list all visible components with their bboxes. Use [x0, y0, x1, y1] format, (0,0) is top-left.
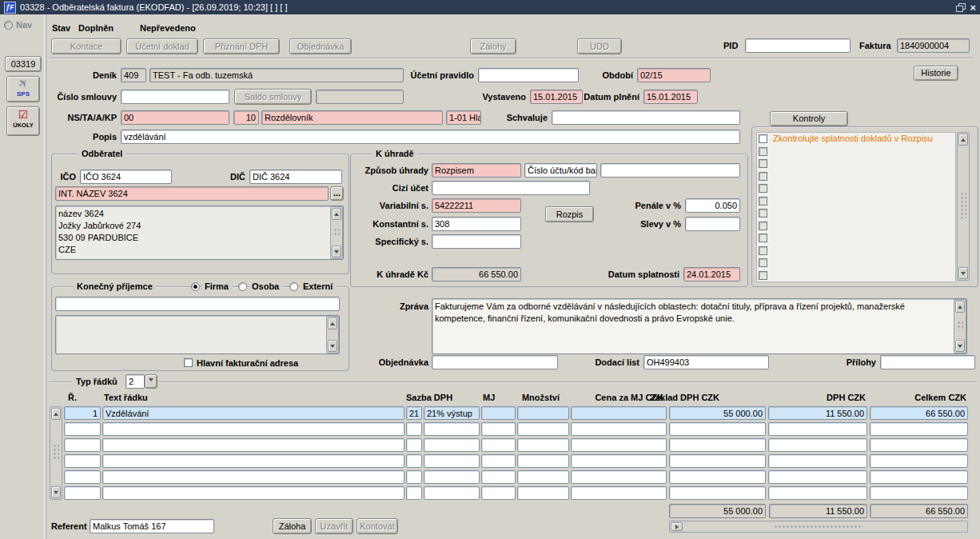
- grid-cell-mnozstvi-row6[interactable]: [517, 486, 569, 500]
- grid-cell-dph-row3[interactable]: [768, 438, 867, 452]
- kontace-button[interactable]: Kontace: [51, 38, 122, 54]
- grid-cell-mj-row5[interactable]: [481, 470, 516, 484]
- zpusob-uhrady-field[interactable]: Rozpisem: [432, 163, 521, 178]
- zprava-textarea[interactable]: Fakturujeme Vám za odborné vzdělávání v …: [432, 298, 967, 354]
- grid-cell-sazba_code-row6[interactable]: [406, 486, 422, 500]
- kontroly-checkbox[interactable]: [759, 172, 767, 181]
- penale-input[interactable]: 0.050: [685, 198, 740, 213]
- ns-field[interactable]: 00: [121, 110, 229, 125]
- grid-cell-dph-row5[interactable]: [768, 470, 867, 484]
- scroll-down-icon[interactable]: [51, 486, 61, 498]
- grid-cell-mj-row1[interactable]: [481, 406, 516, 420]
- datum-splatnosti-field[interactable]: 24.01.2015: [683, 267, 740, 281]
- ico-input[interactable]: IČO 3624: [80, 170, 172, 184]
- grid-cell-mnozstvi-row5[interactable]: [517, 470, 569, 484]
- kontroly-checkbox[interactable]: [759, 184, 767, 193]
- grid-cell-mj-row3[interactable]: [481, 438, 516, 452]
- scroll-up-icon[interactable]: [955, 301, 965, 313]
- grid-cell-cena-row1[interactable]: [571, 406, 667, 420]
- kontroly-checkbox[interactable]: [759, 234, 767, 242]
- odberatel-nazev-field[interactable]: INT. NÁZEV 3624: [55, 186, 329, 201]
- grid-cell-celkem-row3[interactable]: [870, 438, 968, 452]
- slevy-input[interactable]: [685, 217, 740, 231]
- rozpis-button[interactable]: Rozpis: [545, 206, 594, 222]
- grid-cell-dph-row2[interactable]: [768, 422, 867, 436]
- zprava-scrollbar[interactable]: [954, 299, 966, 353]
- ucetni-pravidlo-input[interactable]: [478, 68, 579, 82]
- grid-cell-sazba_text-row1[interactable]: 21% výstup: [424, 406, 480, 420]
- scroll-up-icon[interactable]: [328, 317, 337, 329]
- grid-cell-zaklad-row3[interactable]: [669, 438, 766, 452]
- grid-cell-sazba_text-row5[interactable]: [424, 470, 480, 484]
- grid-cell-cena-row3[interactable]: [571, 438, 667, 452]
- hlavni-fakturacni-adresa-checkbox[interactable]: [184, 358, 193, 367]
- kontroly-checkbox[interactable]: [759, 246, 767, 255]
- grid-cell-mj-row4[interactable]: [481, 454, 516, 468]
- kontroly-scrollbar[interactable]: [957, 132, 970, 281]
- kontroly-checkbox[interactable]: [759, 197, 767, 206]
- prilohy-input[interactable]: [880, 355, 975, 369]
- variabilni-s-field[interactable]: 54222211: [432, 198, 521, 213]
- konecny-prijemce-name-input[interactable]: [55, 297, 340, 311]
- sidebar-sps-button[interactable]: SPS: [6, 76, 40, 102]
- typ-radku-value[interactable]: 2: [125, 374, 145, 389]
- saldo-smlouvy-button[interactable]: Saldo smlouvy: [234, 89, 312, 105]
- grid-cell-dph-row1[interactable]: 11 550.00: [768, 406, 867, 420]
- priznani-dph-button[interactable]: Přiznání DPH: [203, 38, 280, 54]
- datum-plneni-field[interactable]: 15.01.2015: [643, 90, 698, 104]
- zalohy-button[interactable]: Zálohy: [470, 38, 516, 54]
- kontovat-button[interactable]: Kontovat: [357, 518, 398, 534]
- grid-cell-mnozstvi-row4[interactable]: [517, 454, 569, 468]
- cizi-ucet-input[interactable]: [432, 181, 590, 195]
- kontroly-checkbox[interactable]: [759, 258, 767, 267]
- close-window-icon[interactable]: ×: [970, 2, 976, 13]
- odberatel-address-scrollbar[interactable]: [330, 206, 343, 259]
- grid-cell-cena-row5[interactable]: [571, 470, 667, 484]
- scroll-down-icon[interactable]: [332, 246, 341, 258]
- konecny-address-scrollbar[interactable]: [326, 316, 339, 353]
- grid-cell-text-row6[interactable]: [102, 486, 404, 500]
- dodaci-list-input[interactable]: OH499403: [643, 355, 769, 369]
- grid-cell-zaklad-row5[interactable]: [669, 470, 766, 484]
- nav-radio[interactable]: [4, 21, 13, 30]
- grid-cell-text-row3[interactable]: [102, 438, 404, 452]
- rozdelovnik-field[interactable]: Rozdělovník: [261, 110, 443, 125]
- kontroly-checkbox[interactable]: [759, 209, 767, 218]
- radio-externi[interactable]: [289, 282, 298, 291]
- grid-cell-mj-row2[interactable]: [481, 422, 516, 436]
- grid-cell-sazba_code-row4[interactable]: [406, 454, 422, 468]
- grid-cell-zaklad-row2[interactable]: [669, 422, 766, 436]
- scroll-down-icon[interactable]: [958, 267, 968, 279]
- pid-input[interactable]: [745, 38, 851, 53]
- grid-cell-celkem-row1[interactable]: 66 550.00: [870, 406, 968, 420]
- grid-cell-celkem-row5[interactable]: [870, 470, 968, 484]
- obdobi-field[interactable]: 02/15: [637, 68, 711, 82]
- specificky-s-input[interactable]: [432, 234, 521, 249]
- grid-cell-mnozstvi-row2[interactable]: [517, 422, 569, 436]
- historie-button[interactable]: Historie: [914, 66, 958, 81]
- grid-cell-dph-row4[interactable]: [768, 454, 867, 468]
- grid-cell-sazba_text-row3[interactable]: [424, 438, 480, 452]
- zaloha-button[interactable]: Záloha: [273, 518, 312, 534]
- scroll-down-icon[interactable]: [955, 340, 965, 352]
- grid-cell-mnozstvi-row1[interactable]: [517, 406, 569, 420]
- kontroly-checkbox[interactable]: [759, 147, 767, 156]
- grid-cell-zaklad-row6[interactable]: [669, 486, 766, 500]
- kontroly-checkbox[interactable]: [759, 134, 767, 143]
- restore-window-icon[interactable]: [956, 3, 966, 11]
- grid-cell-mnozstvi-row3[interactable]: [517, 438, 569, 452]
- grid-cell-zaklad-row1[interactable]: 55 000.00: [669, 406, 766, 420]
- schvaluje-input[interactable]: [552, 110, 740, 125]
- grid-vertical-scrollbar[interactable]: [50, 406, 62, 500]
- grid-cell-sazba_text-row2[interactable]: [424, 422, 480, 436]
- scroll-down-icon[interactable]: [328, 340, 337, 352]
- grid-cell-text-row1[interactable]: Vzdělávání: [102, 406, 404, 420]
- objednavka-button[interactable]: Objednávka: [289, 38, 352, 54]
- grid-cell-text-row5[interactable]: [102, 470, 404, 484]
- kontroly-checkbox[interactable]: [759, 271, 767, 280]
- grid-cell-text-row4[interactable]: [102, 454, 404, 468]
- sidebar-ukoly-button[interactable]: ÚKOLY: [6, 106, 40, 136]
- grid-cell-sazba_code-row5[interactable]: [406, 470, 422, 484]
- grid-cell-num-row6[interactable]: [64, 486, 101, 500]
- kontroly-checkbox[interactable]: [759, 159, 767, 168]
